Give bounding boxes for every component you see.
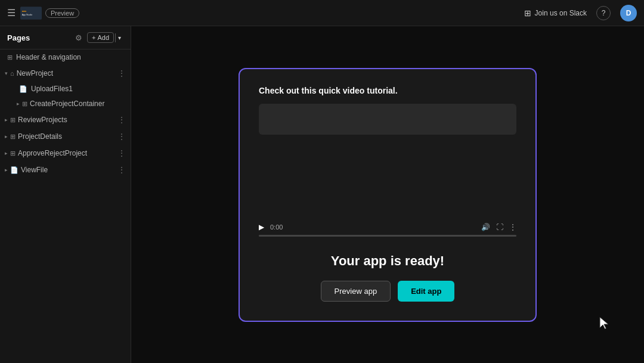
more-icon-4[interactable]: ⋮ (117, 148, 126, 158)
gear-icon[interactable]: ⚙ (75, 33, 82, 42)
add-plus-icon: + (92, 34, 95, 41)
approve-reject-label: ApproveRejectProject (18, 149, 115, 157)
ready-title: Your app is ready! (259, 253, 516, 269)
chevron-right-icon-4: ▸ (5, 150, 8, 156)
upload-files-label: UploadFiles1 (31, 85, 73, 93)
grid-icon-2: ⊞ (22, 100, 27, 108)
slack-label: Join us on Slack (535, 9, 587, 17)
topnav: ☰ aws App Studio Preview ⊞ Join us on Sl… (0, 0, 644, 26)
svg-text:App Studio: App Studio (22, 14, 33, 16)
preview-app-button[interactable]: Preview app (321, 281, 391, 302)
sidebar: Pages ⚙ + Add ▾ ⊞ Header & navigation ▾ … (0, 26, 131, 363)
sidebar-item-header-nav[interactable]: ⊞ Header & navigation (0, 49, 131, 65)
help-label: ? (602, 9, 606, 17)
more-icon-5[interactable]: ⋮ (117, 165, 126, 175)
edit-app-button[interactable]: Edit app (398, 281, 454, 302)
help-button[interactable]: ? (596, 6, 611, 20)
grid-icon-4: ⊞ (10, 133, 16, 141)
video-more-icon[interactable]: ⋮ (509, 223, 516, 231)
topnav-right: ⊞ Join us on Slack ? D (524, 5, 637, 21)
modal-actions: Preview app Edit app (259, 281, 516, 302)
file-icon-2: 📄 (10, 166, 18, 174)
sidebar-section-approve-reject[interactable]: ▸ ⊞ ApproveRejectProject ⋮ (0, 145, 131, 162)
time-display: 0:00 (270, 224, 283, 231)
create-project-label: CreateProjectContainer (30, 100, 126, 108)
home-icon: ⌂ (10, 70, 14, 77)
tutorial-text: Check out this quick video tutorial. (259, 86, 516, 95)
chevron-right-icon-2: ▸ (5, 117, 8, 123)
chevron-right-icon: ▸ (17, 101, 20, 107)
sidebar-section-project-details[interactable]: ▸ ⊞ ProjectDetails ⋮ (0, 128, 131, 145)
slack-icon: ⊞ (524, 8, 531, 18)
chevron-down-icon: ▾ (5, 70, 8, 76)
grid-icon-5: ⊞ (10, 150, 16, 157)
play-button[interactable]: ▶ (259, 223, 264, 231)
topnav-left: ☰ aws App Studio Preview (7, 7, 79, 20)
fullscreen-icon[interactable]: ⛶ (496, 223, 503, 231)
main-layout: Pages ⚙ + Add ▾ ⊞ Header & navigation ▾ … (0, 26, 644, 363)
chevron-right-icon-5: ▸ (5, 167, 8, 173)
new-project-label: NewProject (17, 69, 115, 77)
add-chevron-button[interactable]: ▾ (115, 33, 123, 42)
add-button[interactable]: + Add (87, 32, 114, 43)
header-nav-label: Header & navigation (16, 53, 81, 61)
content-area: Check out this quick video tutorial. ▶ 0… (131, 26, 644, 363)
sidebar-title: Pages (7, 33, 75, 42)
svg-rect-0 (20, 7, 42, 20)
aws-logo: aws App Studio (20, 7, 42, 20)
project-details-label: ProjectDetails (18, 132, 115, 141)
sidebar-add-area: + Add ▾ (87, 32, 123, 43)
sidebar-section-view-file[interactable]: ▸ 📄 ViewFile ⋮ (0, 162, 131, 178)
more-icon-3[interactable]: ⋮ (117, 132, 126, 141)
logo-area: aws App Studio Preview (20, 7, 79, 20)
modal-card: Check out this quick video tutorial. ▶ 0… (239, 68, 537, 322)
sidebar-section-review-projects[interactable]: ▸ ⊞ ReviewProjects ⋮ (0, 111, 131, 128)
cursor (599, 316, 613, 334)
sidebar-item-create-project[interactable]: ▸ ⊞ CreateProjectContainer (0, 96, 131, 111)
hamburger-icon[interactable]: ☰ (7, 7, 16, 18)
grid-icon: ⊞ (7, 54, 13, 61)
video-placeholder (259, 104, 516, 135)
preview-badge: Preview (45, 8, 79, 18)
sidebar-header: Pages ⚙ + Add ▾ (0, 26, 131, 49)
video-controls-right: 🔊 ⛶ ⋮ (481, 223, 516, 231)
add-label: Add (97, 34, 109, 41)
review-projects-label: ReviewProjects (18, 116, 115, 124)
video-spacer (259, 135, 516, 218)
sidebar-item-upload-files[interactable]: 📄 UploadFiles1 (0, 82, 131, 96)
more-icon[interactable]: ⋮ (117, 69, 126, 78)
progress-bar[interactable] (259, 235, 516, 237)
file-icon: 📄 (19, 85, 27, 93)
grid-icon-3: ⊞ (10, 116, 16, 124)
svg-text:aws: aws (22, 10, 27, 13)
sidebar-section-new-project[interactable]: ▾ ⌂ NewProject ⋮ (0, 65, 131, 82)
more-icon-2[interactable]: ⋮ (117, 115, 126, 125)
chevron-right-icon-3: ▸ (5, 134, 8, 139)
volume-icon[interactable]: 🔊 (481, 223, 490, 231)
avatar-label: D (626, 9, 631, 17)
view-file-label: ViewFile (21, 166, 115, 174)
slack-link[interactable]: ⊞ Join us on Slack (524, 8, 587, 18)
video-controls: ▶ 0:00 🔊 ⛶ ⋮ (259, 223, 516, 231)
avatar[interactable]: D (620, 5, 637, 21)
